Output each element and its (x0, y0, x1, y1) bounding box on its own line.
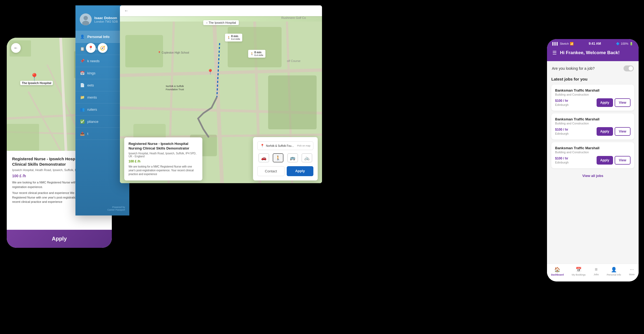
job-card-1-apply-button[interactable]: Apply (597, 98, 613, 107)
school-pin-icon: 📍 (158, 51, 161, 54)
screen3-job-description: We are looking for a NMC Registered Nurs… (129, 165, 198, 176)
job-card-1-rate-location: $100 / hr Edinburgh (555, 99, 569, 106)
sheets-icon: 📄 (80, 83, 85, 87)
screen3-header: ← (120, 5, 322, 16)
school-label: 📍 Copleston High School (158, 51, 189, 54)
job-card-2-title: Banksman Traffic Marshall (555, 117, 631, 121)
hamburger-menu-icon[interactable]: ☰ (552, 50, 557, 56)
job-card-3-actions: Apply View (597, 156, 631, 165)
car-transport-icon[interactable]: 🚗 (258, 153, 269, 162)
bike-transport-icon[interactable]: 🚲 (302, 153, 312, 162)
bottom-nav-more[interactable]: ··· More (629, 267, 635, 276)
screen3-contact-button[interactable]: Contact (257, 166, 285, 176)
latest-jobs-section-title: Latest jobs for you (551, 77, 634, 81)
screen2-user-name: Isaac Dobson (94, 16, 118, 20)
job-card-3-view-button[interactable]: View (615, 156, 631, 165)
job-card-2-category: Building and Construction (555, 122, 631, 125)
jobs-list-icon: ≡ (595, 267, 598, 272)
sidebar-item-label-compliance: pliance (87, 120, 98, 124)
details-icon: 📋 (80, 47, 85, 51)
job-card-3-apply-button[interactable]: Apply (597, 156, 613, 165)
screen2-powered-by: Powered by Career Passport (75, 201, 129, 215)
screen1-map-action-icons: 📍 🧭 (86, 43, 108, 53)
circle-icon: ○ (206, 21, 207, 24)
job-card-2-actions: Apply View (597, 127, 631, 136)
norfolk-trust-label: Norfolk & SuffolkFoundation Trust (166, 85, 184, 91)
sidebar-item-label-sheets: eets (87, 83, 94, 87)
job-card-1-view-button[interactable]: View (615, 98, 631, 107)
screen4-jobs-list: ▌▌▌ Sketch 📶 9:41 AM 🔷 100% 🔋 ☰ Hi Frank… (547, 39, 639, 281)
status-bar-time: 9:41 AM (589, 42, 601, 46)
screen1-apply-button[interactable]: Apply (7, 230, 112, 248)
bottom-nav-dashboard[interactable]: 🏠 Dashboard (551, 267, 564, 276)
job-seeking-toggle[interactable] (624, 65, 634, 71)
svg-point-10 (84, 16, 88, 20)
sidebar-item-label-bookings: kings (87, 71, 95, 75)
job-card-3-title: Banksman Traffic Marshall (555, 146, 631, 150)
signal-indicators: ▌▌▌ Sketch 📶 (552, 42, 574, 46)
walk-icon-1: 🚶 (227, 36, 230, 39)
map-location-icon: 📍 (260, 144, 264, 148)
signal-strength-icon: ▌▌▌ (552, 42, 559, 45)
export-icon: 📤 (80, 131, 85, 136)
route-icon-btn[interactable]: 🧭 (98, 43, 108, 53)
bottom-nav-bookings[interactable]: 📅 My Bookings (572, 267, 586, 276)
bottom-nav-personal-info[interactable]: 👤 Personal Info (607, 267, 621, 276)
job-card-3-bottom: $100 / hr Edinburgh Apply View (555, 156, 631, 165)
location-pin-icon-btn[interactable]: 📍 (86, 43, 96, 53)
screen1-back-button[interactable]: ← (11, 43, 21, 53)
screen2-user-info: Isaac Dobson London TW2 5DB (94, 16, 118, 23)
view-all-jobs-link[interactable]: View all jobs (551, 171, 634, 180)
job-card-2-view-button[interactable]: View (615, 127, 631, 136)
bluetooth-icon: 🔷 (616, 42, 620, 46)
route-address-input[interactable]: 📍 Norfolk & Suffolk Foundation Trust, 7 … (257, 141, 313, 150)
bus-transport-icon[interactable]: 🚌 (287, 153, 298, 162)
walk-transport-icon[interactable]: 🚶 (273, 153, 283, 162)
bottom-nav-jobs[interactable]: ≡ Jobs (594, 267, 599, 276)
sidebar-item-label-personal-info: Personal Info (87, 35, 109, 39)
screen4-bottom-navigation: 🏠 Dashboard 📅 My Bookings ≡ Jobs 👤 Perso… (547, 264, 639, 281)
svg-rect-22 (268, 75, 317, 129)
person-icon: 👤 (80, 34, 85, 39)
personal-info-nav-label: Personal Info (607, 273, 621, 276)
jobs-nav-label: Jobs (594, 273, 599, 276)
job-card-2-location: Edinburgh (555, 132, 569, 135)
job-card-2-apply-button[interactable]: Apply (597, 127, 613, 136)
recruiters-icon: 👥 (80, 107, 85, 112)
screen4-content-body: Are you looking for a job? Latest jobs f… (547, 61, 639, 264)
job-card-1-rate: $100 / hr (555, 99, 569, 103)
job-card-3: Banksman Traffic Marshall Building and C… (551, 142, 634, 168)
compliance-icon: ✅ (80, 119, 85, 124)
sidebar-item-label-documents: ments (87, 95, 97, 99)
screen3-apply-button[interactable]: Apply (287, 166, 313, 176)
more-dots-icon: ··· (630, 267, 634, 272)
screen3-job-card: Registered Nurse - Ipswich Hospital Nurs… (124, 137, 202, 180)
screen3-hospital-label: ○ The Ipswich Hospital (203, 20, 239, 25)
needs-icon: 📌 (80, 59, 85, 63)
walk-distance-1: 0.4 mile (231, 38, 240, 40)
screen1-map-pin: 📍 (30, 73, 39, 82)
screen3-job-location: Ipswich Hospital, Heath Road, Ipswich, S… (129, 152, 198, 158)
route-input-value: Norfolk & Suffolk Foundation Trust, 7 W (266, 144, 295, 147)
person-nav-icon: 👤 (611, 267, 617, 273)
hospital-map-pin: 📍 (207, 69, 214, 75)
job-card-2: Banksman Traffic Marshall Building and C… (551, 113, 634, 140)
svg-rect-21 (228, 27, 282, 67)
job-card-3-rate-location: $100 / hr Edinburgh (555, 156, 569, 164)
battery-indicator: 🔷 100% 🔋 (616, 42, 633, 46)
screen3-job-rate: 100 £ /h (129, 159, 198, 163)
job-card-2-rate: $100 / hr (555, 128, 569, 131)
bookings-icon: 📅 (80, 71, 85, 75)
back-arrow-icon: ← (14, 46, 18, 50)
welcome-message: Hi Frankee, Welcome Back! (560, 50, 620, 55)
pick-on-map-label[interactable]: Pick on map (297, 144, 310, 147)
walk-badge-1: 🚶 8 min 0.4 mile (225, 34, 242, 41)
job-card-1-actions: Apply View (597, 98, 631, 107)
screen2-avatar (80, 13, 92, 25)
battery-icon: 🔋 (629, 42, 633, 46)
screen3-job-title: Registered Nurse - Ipswich Hospital Nurs… (129, 142, 198, 151)
screen3-back-button[interactable]: ← (124, 8, 129, 13)
screen3-map-background: ← ○ The Ipswich Hospital 🚶 8 min 0.4 mil… (120, 5, 322, 183)
home-icon: 🏠 (554, 267, 560, 273)
screen2-user-location: London TW2 5DB (94, 20, 118, 23)
